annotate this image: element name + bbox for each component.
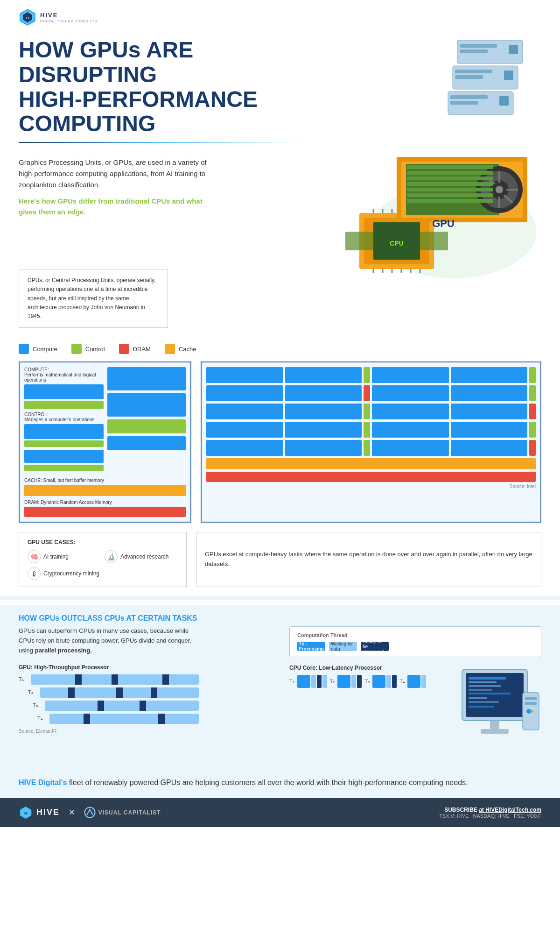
diagram-row: COMPUTE: Performs mathematical and logic… (19, 361, 541, 523)
svg-rect-5 (460, 50, 488, 53)
cpu-thread-viz: T₁ T₂ (289, 675, 439, 688)
dram-color (119, 344, 129, 354)
svg-rect-50 (407, 188, 493, 191)
use-cases-title: GPU USE CASES: (28, 539, 178, 545)
use-case-items: 🧠 AI training 🔬 Advanced research ₿ Cryp… (28, 550, 178, 580)
outclass-source: Source: ElemarJR (19, 729, 271, 734)
t3-bar (45, 701, 199, 711)
gpu-thread-t2: T₂ (28, 687, 271, 698)
ct-legend: Tn - Processing Waiting for data Ready t… (297, 642, 533, 651)
svg-rect-49 (407, 182, 493, 186)
svg-rect-48 (407, 177, 493, 180)
footer-logo-text: HIVE (36, 807, 60, 817)
use-cases-box: GPU USE CASES: 🧠 AI training 🔬 Advanced … (19, 532, 187, 587)
gpu-thread-t3: T₃ (33, 701, 271, 711)
svg-point-39 (496, 186, 503, 193)
svg-rect-55 (466, 673, 524, 717)
legend-control: Control (71, 344, 105, 354)
ct-ready-color: Ready to be processed (361, 642, 389, 651)
svg-point-70 (531, 710, 533, 713)
t4-bar (49, 714, 199, 724)
cpu-t2-bar (337, 675, 362, 688)
title-line2: HIGH-PERFORMANCE COMPUTING (19, 87, 258, 136)
footer-tickers: TSX.V: HIVE NASDAQ: HIVE FSE: YO0.F (439, 813, 541, 819)
svg-rect-4 (460, 44, 497, 48)
svg-rect-56 (469, 677, 506, 680)
use-case-crypto: ₿ Cryptocurrency mining (28, 567, 101, 580)
ct-processing-item: Tn - Processing (297, 642, 325, 651)
cpu-t1-label: T₁ (289, 679, 294, 685)
gpu-row-4 (206, 422, 536, 438)
t2-bar (40, 687, 199, 698)
footer-right: SUBSCRIBE at HIVEDigitalTech.com TSX.V: … (439, 807, 541, 819)
svg-rect-14 (499, 96, 509, 106)
svg-rect-57 (469, 681, 497, 683)
gpu-row-5 (206, 440, 536, 456)
visual-cap-text: VISUAL CAPITALIST (98, 809, 161, 816)
gpu-dram-row (206, 472, 536, 482)
svg-text:H: H (24, 811, 27, 815)
outclass-right: Computation Thread Tn - Processing Waiti… (289, 626, 541, 758)
svg-rect-12 (450, 95, 488, 99)
footer-left: H HIVE × VISUAL CAPITALIST (19, 806, 161, 820)
legend: Compute Control DRAM Cache (19, 344, 541, 354)
thread-t4-label: T₄ (37, 715, 47, 722)
gpu-diagram: Source: Intel (201, 361, 541, 523)
footer-subscribe: SUBSCRIBE at HIVEDigitalTech.com (439, 807, 541, 813)
svg-rect-67 (525, 697, 537, 700)
svg-text:H: H (26, 16, 29, 20)
control-label: Control (85, 346, 105, 353)
svg-rect-9 (455, 75, 483, 79)
outclass-bold: parallel processing. (35, 647, 92, 654)
svg-rect-47 (407, 171, 493, 175)
cpu-processor-label: CPU Core: Low-Latency Processor (289, 665, 439, 671)
crypto-label: Cryptocurrency mining (43, 570, 99, 577)
logo-subtitle: DIGITAL TECHNOLOGIES LTD (40, 20, 98, 23)
legend-cache: Cache (165, 344, 196, 354)
compute-desc: Performs mathematical and logical operat… (24, 372, 104, 382)
svg-rect-51 (407, 193, 493, 197)
svg-text:CPU: CPU (390, 240, 404, 247)
crypto-icon: ₿ (28, 567, 41, 580)
arch-section: CPUs, or Central Processing Units, opera… (0, 269, 560, 532)
cpu-t3-label: T₃ (364, 679, 370, 685)
gpu-thread-t4: T₄ (37, 714, 271, 724)
computation-thread-box: Computation Thread Tn - Processing Waiti… (289, 626, 541, 657)
bottom-main-text: HIVE Digital's fleet of renewably powere… (19, 777, 541, 789)
ai-label: AI training (43, 553, 69, 560)
legend-compute: Compute (19, 344, 57, 354)
ready-label: Ready to be processed (361, 639, 389, 654)
compute-block-label: COMPUTE: (24, 367, 104, 372)
dram-desc: Dynamic Random Access Memory (41, 500, 112, 505)
ct-ready-item: Ready to be processed (361, 642, 389, 651)
nasdaq-ticker: NASDAQ: HIVE (473, 813, 509, 819)
svg-rect-65 (481, 729, 509, 734)
outclass-desc: GPUs can outperform CPUs in many use cas… (19, 626, 196, 655)
control-block-label: CONTROL: (24, 412, 104, 417)
compute-color (19, 344, 29, 354)
t1-bar (31, 674, 199, 685)
footer-cross: × (69, 807, 75, 818)
title-divider (19, 142, 299, 143)
gpu-thread-t1: T₁ (19, 674, 271, 685)
logo-area: H HIVE DIGITAL TECHNOLOGIES LTD (19, 8, 98, 26)
control-color (71, 344, 82, 354)
source-note: Source: Intel (206, 484, 536, 489)
gpu-cpu-cards: CPU (322, 138, 546, 288)
section-divider (0, 596, 560, 600)
cpu-t4-label: T₄ (399, 679, 405, 685)
waiting-label: Waiting for data (329, 641, 357, 652)
tsx-ticker: TSX.V: HIVE (439, 813, 469, 819)
svg-rect-62 (469, 701, 499, 703)
subscribe-url[interactable]: at HIVEDigitalTech.com (479, 807, 541, 813)
visual-cap-icon (84, 807, 96, 818)
legend-dram: DRAM (119, 344, 151, 354)
ct-processing-color: Tn - Processing (297, 642, 325, 651)
svg-text:GPU: GPU (432, 218, 455, 229)
outclass-left: GPUs can outperform CPUs in many use cas… (19, 626, 271, 733)
outclass-title: HOW GPUs OUTCLASS CPUs AT CERTAIN TASKS (19, 614, 541, 623)
use-case-research: 🔬 Advanced research (105, 550, 178, 563)
svg-rect-8 (455, 70, 492, 73)
bottom-rest-text: fleet of renewably powered GPUs are help… (67, 779, 468, 786)
header: H HIVE DIGITAL TECHNOLOGIES LTD (0, 0, 560, 31)
